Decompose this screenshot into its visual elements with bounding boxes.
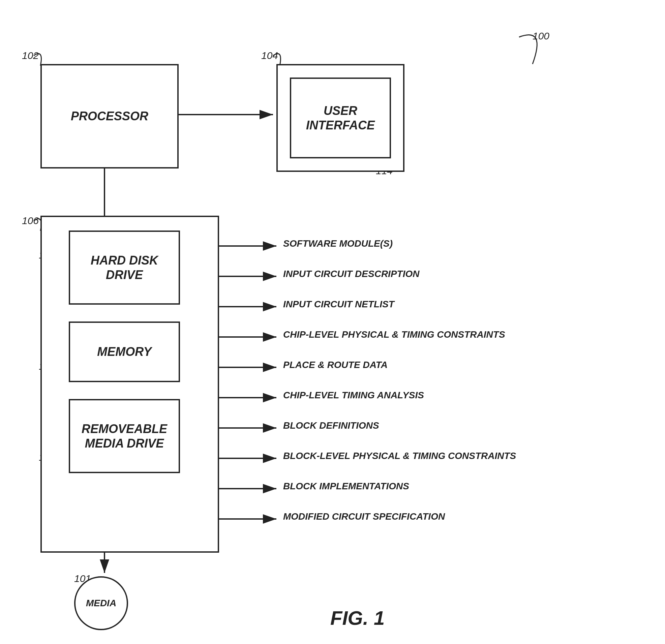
ref-100: 100 xyxy=(533,30,549,42)
item-2: INPUT CIRCUIT DESCRIPTION xyxy=(283,269,419,279)
item-7: BLOCK DEFINITIONS xyxy=(283,420,379,431)
removeable-media-label: REMOVEABLE MEDIA DRIVE xyxy=(81,421,167,451)
item-10: MODIFIED CIRCUIT SPECIFICATION xyxy=(283,511,445,522)
removeable-media-box: REMOVEABLE MEDIA DRIVE xyxy=(69,399,180,473)
fig-label: FIG. 1 xyxy=(330,607,384,629)
diagram: 100 102 104 106 114 140 120 130 101 PROC… xyxy=(0,0,665,644)
item-4: CHIP-LEVEL PHYSICAL & TIMING CONSTRAINTS xyxy=(283,329,505,340)
user-interface-label: USER INTERFACE xyxy=(306,103,375,132)
item-5: PLACE & ROUTE DATA xyxy=(283,360,387,371)
item-6: CHIP-LEVEL TIMING ANALYSIS xyxy=(283,390,424,401)
user-interface-inner-box: USER INTERFACE xyxy=(290,77,391,158)
processor-box: PROCESSOR xyxy=(40,64,179,169)
hard-disk-label: HARD DISK DRIVE xyxy=(91,253,158,282)
ref-106: 106 xyxy=(22,215,39,226)
media-label: MEDIA xyxy=(86,598,116,609)
hard-disk-box: HARD DISK DRIVE xyxy=(69,230,180,305)
processor-label: PROCESSOR xyxy=(71,109,148,124)
item-1: SOFTWARE MODULE(S) xyxy=(283,238,393,249)
item-3: INPUT CIRCUIT NETLIST xyxy=(283,299,394,310)
memory-box: MEMORY xyxy=(69,322,180,382)
storage-box: HARD DISK DRIVE MEMORY REMOVEABLE MEDIA … xyxy=(40,216,219,553)
item-8: BLOCK-LEVEL PHYSICAL & TIMING CONSTRAINT… xyxy=(283,451,516,461)
item-9: BLOCK IMPLEMENTATIONS xyxy=(283,481,409,492)
ref-104: 104 xyxy=(261,50,278,61)
media-circle: MEDIA xyxy=(74,576,128,630)
user-interface-outer-box: USER INTERFACE xyxy=(277,64,404,172)
memory-label: MEMORY xyxy=(97,344,151,359)
ref-102: 102 xyxy=(22,50,39,61)
